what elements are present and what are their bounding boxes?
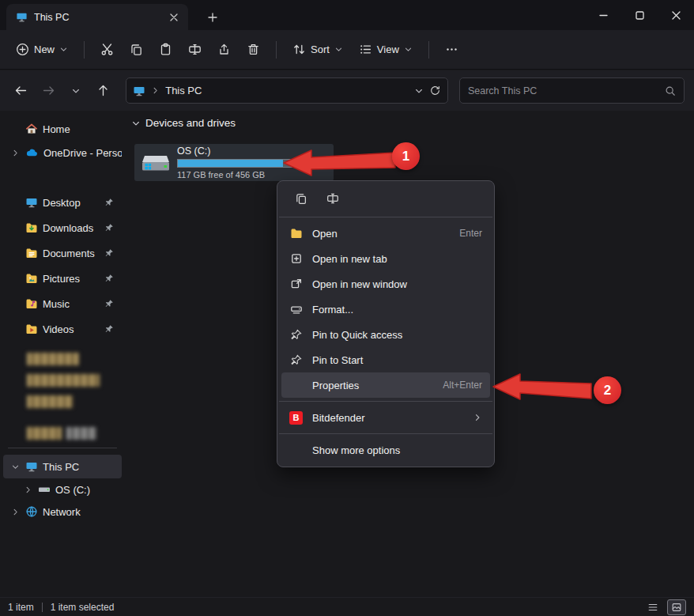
bitdefender-logo: B (289, 411, 303, 425)
title-bar: This PC (0, 0, 694, 30)
sidebar-item-label: Documents (43, 248, 100, 259)
new-button-label: New (34, 43, 55, 55)
sidebar-item-label: Downloads (43, 222, 100, 234)
sidebar-item-downloads[interactable]: Downloads (3, 215, 122, 240)
menu-item-show-more-options[interactable]: Show more options (281, 437, 490, 463)
sidebar-item-music[interactable]: Music (3, 291, 122, 316)
sort-button-label: Sort (311, 43, 330, 55)
rename-icon (188, 43, 202, 56)
menu-item-bitdefender[interactable]: B Bitdefender (281, 405, 490, 430)
sidebar-item-pictures[interactable]: Pictures (3, 266, 122, 291)
menu-item-label: Pin to Quick access (312, 329, 473, 341)
up-button[interactable] (92, 79, 115, 103)
folder-open-icon (289, 227, 303, 240)
details-view-icon (647, 602, 658, 613)
drive-item-os-c[interactable]: OS (C:) 117 GB free of 456 GB (134, 144, 334, 181)
toolbar-separator (428, 41, 429, 59)
more-options-button[interactable] (439, 36, 465, 63)
back-arrow-icon (14, 84, 28, 97)
copy-button[interactable] (123, 36, 149, 63)
sidebar-item-documents[interactable]: Documents (3, 240, 122, 266)
sidebar-item-onedrive[interactable]: OneDrive - Persona (3, 141, 122, 164)
sidebar-spacer (0, 164, 125, 190)
refresh-icon[interactable] (429, 85, 441, 96)
copy-quick-button[interactable] (289, 188, 314, 209)
window-controls (585, 0, 694, 30)
menu-item-shortcut: Alt+Enter (443, 380, 482, 391)
chevron-down-icon (404, 45, 413, 54)
step-badge-2: 2 (594, 376, 621, 404)
sidebar-item-label: Videos (43, 323, 100, 335)
expand-chevron-icon[interactable] (22, 486, 33, 494)
menu-item-properties[interactable]: Properties Alt+Enter (281, 372, 490, 398)
collapse-chevron-icon[interactable] (9, 463, 21, 471)
address-bar[interactable]: This PC (126, 77, 448, 104)
drive-name: OS (C:) (177, 145, 327, 157)
menu-item-format[interactable]: Format... (281, 297, 490, 322)
menu-separator (279, 433, 492, 434)
sidebar-item-label: Music (43, 298, 100, 310)
thumbnail-view-button[interactable] (667, 599, 686, 615)
menu-item-open-in-new-tab[interactable]: Open in new tab (281, 246, 490, 271)
view-button[interactable]: View (353, 36, 419, 63)
menu-item-pin-to-start[interactable]: Pin to Start (281, 347, 490, 372)
this-pc-icon (25, 460, 38, 473)
delete-button[interactable] (240, 36, 266, 63)
sidebar-item-this-pc[interactable]: This PC (3, 455, 122, 478)
redacted-sidebar-item[interactable] (27, 395, 125, 408)
minimize-button[interactable] (585, 0, 621, 30)
new-window-icon (289, 278, 303, 291)
expand-chevron-icon[interactable] (9, 149, 21, 157)
empty-icon-slot (289, 444, 303, 457)
sidebar-item-network[interactable]: Network (3, 501, 122, 523)
recent-locations-button[interactable] (65, 79, 88, 103)
new-button[interactable]: New (9, 36, 74, 63)
step-badge-1: 1 (392, 142, 420, 170)
sort-button[interactable]: Sort (286, 36, 349, 63)
search-box[interactable] (459, 77, 685, 104)
menu-item-label: Properties (312, 380, 433, 391)
tab-close-button[interactable] (166, 9, 182, 25)
expand-chevron-icon[interactable] (9, 508, 21, 516)
menu-item-open-in-new-window[interactable]: Open in new window (281, 271, 490, 297)
section-devices-and-drives[interactable]: Devices and drives (126, 112, 694, 129)
paste-icon (159, 43, 172, 56)
menu-item-label: Open (312, 228, 450, 240)
rename-button[interactable] (182, 36, 208, 63)
section-collapse-icon[interactable] (131, 119, 141, 128)
bitdefender-icon: B (289, 411, 303, 425)
drive-free-space: 117 GB free of 456 GB (177, 170, 327, 180)
drive-info: OS (C:) 117 GB free of 456 GB (177, 145, 327, 180)
close-window-button[interactable] (658, 0, 694, 30)
sidebar-item-desktop[interactable]: Desktop (3, 190, 122, 215)
network-icon (25, 505, 38, 518)
menu-item-label: Format... (312, 304, 473, 316)
sidebar-item-os-c[interactable]: OS (C:) (3, 478, 122, 501)
maximize-button[interactable] (621, 0, 658, 30)
forward-button[interactable] (37, 79, 60, 103)
tab-this-pc[interactable]: This PC (6, 4, 188, 30)
forward-arrow-icon (42, 84, 55, 97)
redacted-sidebar-item[interactable] (27, 353, 125, 365)
cut-button[interactable] (94, 36, 120, 63)
paste-button[interactable] (153, 36, 179, 63)
redacted-sidebar-item[interactable] (27, 427, 125, 440)
view-icon (359, 43, 372, 56)
rename-quick-button[interactable] (320, 188, 345, 209)
menu-item-open[interactable]: Open Enter (281, 221, 490, 246)
sidebar-item-label: OS (C:) (55, 484, 122, 496)
menu-item-shortcut: Enter (459, 228, 482, 239)
menu-item-pin-to-quick-access[interactable]: Pin to Quick access (281, 322, 490, 347)
search-input[interactable] (468, 85, 658, 96)
sidebar-item-videos[interactable]: Videos (3, 316, 122, 342)
address-dropdown-icon[interactable] (414, 86, 424, 96)
details-view-button[interactable] (643, 599, 662, 615)
menu-item-label: Open in new tab (312, 253, 473, 265)
sidebar-item-home[interactable]: Home (3, 117, 122, 141)
back-button[interactable] (9, 79, 32, 103)
new-tab-button[interactable] (202, 8, 223, 27)
cut-icon (100, 43, 114, 56)
share-button[interactable] (211, 36, 237, 63)
status-separator (42, 603, 43, 612)
redacted-sidebar-item[interactable] (27, 374, 125, 387)
